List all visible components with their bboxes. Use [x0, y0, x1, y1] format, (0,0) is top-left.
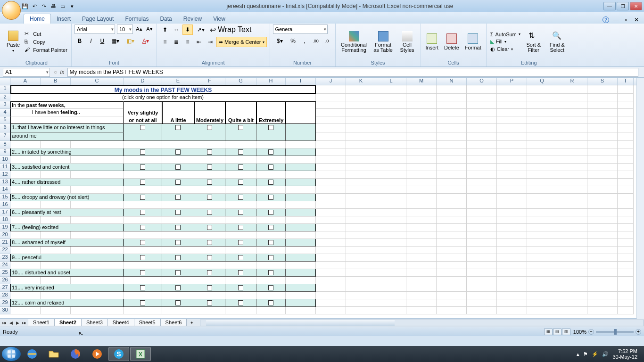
sort-filter-button[interactable]: ⇅Sort & Filter [523, 30, 544, 54]
cell[interactable] [194, 277, 225, 284]
cell[interactable] [587, 216, 618, 224]
column-header[interactable]: F [194, 78, 225, 85]
cell[interactable] [557, 277, 587, 284]
cell[interactable] [618, 141, 634, 148]
row-header[interactable]: 6 [0, 124, 10, 132]
checkbox[interactable] [238, 285, 243, 290]
cell[interactable] [286, 209, 316, 216]
cell[interactable] [618, 186, 634, 194]
cell[interactable] [316, 109, 346, 116]
cell[interactable] [527, 307, 557, 314]
cell[interactable] [346, 216, 376, 224]
cell[interactable] [162, 186, 194, 194]
zoom-level[interactable]: 100% [573, 329, 586, 335]
cell[interactable] [406, 141, 437, 148]
cell[interactable] [527, 116, 557, 124]
tab-page-layout[interactable]: Page Layout [76, 14, 119, 24]
row-header[interactable]: 2 [0, 94, 10, 101]
cell[interactable] [497, 299, 527, 307]
cell[interactable] [124, 284, 162, 292]
tab-home[interactable]: Home [24, 14, 51, 24]
cell[interactable]: Extremely [256, 116, 286, 124]
cell[interactable] [256, 194, 286, 201]
checkbox[interactable] [175, 285, 181, 290]
checkbox[interactable] [238, 149, 243, 155]
conditional-formatting-button[interactable]: Conditional Formatting [339, 30, 370, 54]
checkbox[interactable] [207, 165, 212, 170]
checkbox[interactable] [140, 195, 145, 200]
cell[interactable] [467, 132, 497, 141]
cell[interactable] [557, 224, 587, 231]
cell[interactable] [406, 186, 437, 194]
cell[interactable] [497, 179, 527, 186]
row-header[interactable]: 5 [0, 116, 10, 124]
cell[interactable] [437, 179, 467, 186]
cell[interactable] [316, 194, 346, 201]
column-header[interactable]: Q [527, 78, 557, 85]
cell[interactable] [256, 307, 286, 314]
cell[interactable] [10, 231, 41, 239]
cell[interactable] [467, 307, 497, 314]
cell[interactable] [256, 141, 286, 148]
cell[interactable] [316, 94, 346, 101]
cell[interactable] [406, 148, 437, 156]
next-sheet-button[interactable]: ▶ [14, 320, 21, 326]
cell[interactable] [557, 284, 587, 292]
cell[interactable] [256, 124, 286, 132]
cell[interactable] [467, 101, 497, 109]
cell[interactable] [406, 277, 437, 284]
select-all-corner[interactable] [0, 78, 10, 85]
cell[interactable]: A little [162, 116, 194, 124]
cell[interactable] [194, 292, 225, 299]
cell[interactable] [618, 284, 634, 292]
scroll-thumb[interactable] [206, 320, 395, 326]
checkbox[interactable] [207, 270, 212, 275]
cell[interactable] [497, 148, 527, 156]
row-header[interactable]: 1 [0, 85, 10, 94]
cell[interactable] [162, 156, 194, 164]
row-header[interactable]: 25 [0, 269, 10, 277]
zoom-slider[interactable] [596, 331, 634, 333]
vertical-scrollbar[interactable] [636, 78, 644, 319]
cell[interactable] [467, 299, 497, 307]
cell[interactable] [467, 247, 497, 254]
cell[interactable] [286, 109, 316, 116]
cell[interactable] [10, 171, 41, 179]
cell[interactable] [316, 239, 346, 247]
cancel-formula-icon[interactable]: ○ [54, 69, 57, 75]
cell[interactable] [225, 254, 256, 262]
cell[interactable] [618, 231, 634, 239]
font-name-combo[interactable]: Arial [74, 25, 115, 34]
checkbox[interactable] [238, 180, 243, 185]
cell[interactable] [225, 262, 256, 269]
cell[interactable] [316, 148, 346, 156]
cell[interactable] [618, 85, 634, 94]
cell[interactable] [527, 239, 557, 247]
checkbox[interactable] [140, 285, 145, 290]
cell[interactable] [41, 186, 71, 194]
cell[interactable] [497, 109, 527, 116]
cell[interactable] [256, 262, 286, 269]
cell[interactable] [225, 201, 256, 209]
checkbox[interactable] [175, 270, 181, 275]
prev-sheet-button[interactable]: ◀ [8, 320, 14, 326]
cell[interactable] [225, 247, 256, 254]
cell[interactable] [162, 101, 194, 109]
cell[interactable] [587, 292, 618, 299]
name-box[interactable]: A1 [3, 68, 50, 77]
cell[interactable]: 6.... pleasantly at rest [10, 209, 124, 216]
cell[interactable] [497, 164, 527, 171]
cell[interactable] [256, 148, 286, 156]
increase-indent-button[interactable]: ⇥ [205, 37, 215, 47]
cell[interactable] [346, 239, 376, 247]
cell[interactable] [346, 292, 376, 299]
cell[interactable] [316, 254, 346, 262]
cell[interactable] [376, 132, 406, 141]
cell[interactable] [557, 209, 587, 216]
cell[interactable] [618, 299, 634, 307]
cell[interactable] [376, 231, 406, 239]
cell[interactable] [286, 116, 316, 124]
cell[interactable] [225, 171, 256, 179]
cell[interactable] [467, 284, 497, 292]
checkbox[interactable] [207, 300, 212, 305]
